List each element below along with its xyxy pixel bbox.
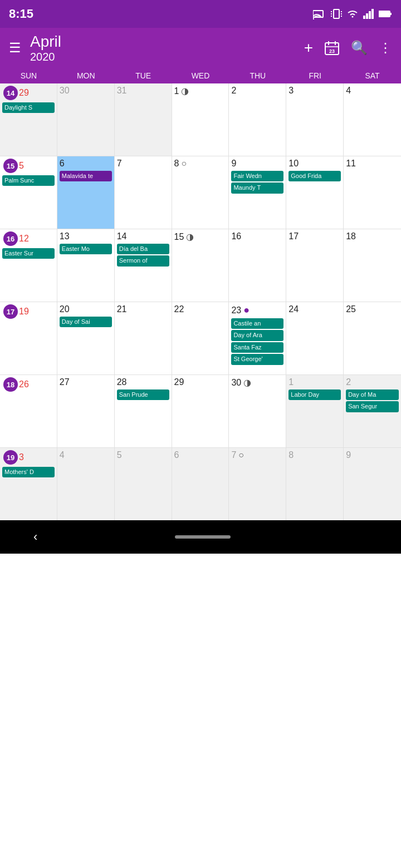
calendar-cell-w2-d5[interactable]: 17 xyxy=(286,229,344,302)
calendar-cell-w2-d3[interactable]: 15◑ xyxy=(172,229,229,302)
calendar-cell-w1-d5[interactable]: 10Good Frida xyxy=(286,156,344,229)
search-button[interactable]: 🔍 xyxy=(351,40,368,56)
week-number: 14 xyxy=(3,86,18,100)
date-number: 11 xyxy=(346,159,356,169)
calendar-cell-w5-d1[interactable]: 4 xyxy=(57,448,115,520)
calendar-event[interactable]: Castile an xyxy=(231,318,283,329)
calendar-cell-w5-d4[interactable]: 7○ xyxy=(229,448,286,520)
cell-date: 29 xyxy=(174,377,227,387)
calendar-cell-w0-d3[interactable]: 1◑ xyxy=(172,83,229,156)
day-header-tue: TUE xyxy=(115,68,172,83)
calendar-cell-w4-d5[interactable]: 1Labor Day xyxy=(286,375,344,447)
calendar-event[interactable]: Fair Wedn xyxy=(231,171,283,181)
calendar-cell-w0-d6[interactable]: 4 xyxy=(344,83,401,156)
calendar-event[interactable]: St George' xyxy=(231,354,283,364)
calendar-cell-w0-d1[interactable]: 30 xyxy=(57,83,115,156)
week-number: 18 xyxy=(3,377,18,392)
calendar-cell-w3-d2[interactable]: 21 xyxy=(115,302,172,374)
calendar-cell-w1-d3[interactable]: 8○ xyxy=(172,156,229,229)
cell-date: 1429 xyxy=(2,86,55,100)
calendar-cell-w5-d2[interactable]: 5 xyxy=(115,448,172,520)
calendar-event[interactable]: Malavida te xyxy=(60,171,112,181)
cell-date: 21 xyxy=(117,304,169,314)
calendar-cell-w4-d1[interactable]: 27 xyxy=(57,375,115,447)
calendar-event[interactable]: Maundy T xyxy=(231,183,283,193)
cell-date: 155 xyxy=(2,159,55,173)
calendar-cell-w5-d6[interactable]: 9 xyxy=(344,448,401,520)
calendar-cell-w0-d0[interactable]: 1429Daylight S xyxy=(0,83,57,156)
svg-rect-11 xyxy=(369,11,371,19)
calendar-event[interactable]: Día del Ba xyxy=(117,244,169,254)
calendar-cell-w5-d0[interactable]: 193Mothers' D xyxy=(0,448,57,520)
calendar-cell-w1-d4[interactable]: 9Fair WednMaundy T xyxy=(229,156,286,229)
calendar-event[interactable]: Easter Mo xyxy=(60,244,112,254)
calendar-cell-w3-d1[interactable]: 20Day of Sai xyxy=(57,302,115,374)
calendar-event[interactable]: Sermon of xyxy=(117,255,169,266)
calendar-cell-w1-d6[interactable]: 11 xyxy=(344,156,401,229)
full-moon-icon: ● xyxy=(243,304,250,316)
cell-date: 22 xyxy=(174,304,227,314)
cell-date: 1 xyxy=(288,377,341,387)
calendar-cell-w1-d1[interactable]: 6Malavida te xyxy=(57,156,115,229)
calendar-cell-w4-d2[interactable]: 28San Prude xyxy=(115,375,172,447)
calendar-cell-w2-d4[interactable]: 16 xyxy=(229,229,286,302)
calendar-cell-w2-d0[interactable]: 1612Easter Sur xyxy=(0,229,57,302)
date-number: 24 xyxy=(288,304,299,314)
calendar-event[interactable]: San Prude xyxy=(117,389,169,400)
calendar-cell-w2-d6[interactable]: 18 xyxy=(344,229,401,302)
calendar-cell-w5-d3[interactable]: 6 xyxy=(172,448,229,520)
calendar-event[interactable]: Day of Ara xyxy=(231,330,283,341)
calendar-event[interactable]: Palm Sunc xyxy=(2,175,55,186)
calendar-cell-w3-d4[interactable]: 23●Castile anDay of AraSanta FazSt Georg… xyxy=(229,302,286,374)
calendar-event[interactable]: Labor Day xyxy=(288,389,341,400)
calendar-event[interactable]: Daylight S xyxy=(2,102,55,113)
calendar-event[interactable]: Day of Ma xyxy=(346,389,399,400)
calendar-cell-w3-d6[interactable]: 25 xyxy=(344,302,401,374)
calendar-cell-w1-d0[interactable]: 155Palm Sunc xyxy=(0,156,57,229)
calendar-cell-w4-d4[interactable]: 30◑ xyxy=(229,375,286,447)
date-number: 18 xyxy=(346,231,356,241)
calendar-cell-w3-d3[interactable]: 22 xyxy=(172,302,229,374)
cell-date: 9 xyxy=(231,159,283,169)
cell-date: 5 xyxy=(117,450,169,460)
date-number: 1 xyxy=(288,377,294,387)
add-button[interactable]: + xyxy=(304,39,313,57)
calendar-event[interactable]: Easter Sur xyxy=(2,248,55,259)
date-number: 28 xyxy=(117,377,127,387)
cell-date: 11 xyxy=(346,159,399,169)
calendar-cell-w5-d5[interactable]: 8 xyxy=(286,448,344,520)
calendar-event[interactable]: San Segur xyxy=(346,401,399,412)
day-header-sun: SUN xyxy=(0,68,57,83)
calendar-cell-w0-d2[interactable]: 31 xyxy=(115,83,172,156)
calendar-event[interactable]: Good Frida xyxy=(288,171,341,181)
wifi-icon xyxy=(346,9,359,19)
date-number: 17 xyxy=(288,231,299,241)
menu-button[interactable]: ☰ xyxy=(9,40,21,56)
calendar-event[interactable]: Mothers' D xyxy=(2,467,55,477)
more-button[interactable]: ⋮ xyxy=(379,40,392,56)
calendar-cell-w4-d6[interactable]: 2Day of MaSan Segur xyxy=(344,375,401,447)
date-number: 8 xyxy=(288,450,294,460)
calendar-cell-w1-d2[interactable]: 7 xyxy=(115,156,172,229)
calendar-cell-w4-d3[interactable]: 29 xyxy=(172,375,229,447)
calendar-cell-w4-d0[interactable]: 1826 xyxy=(0,375,57,447)
calendar-cell-w2-d2[interactable]: 14Día del BaSermon of xyxy=(115,229,172,302)
date-number: 30 xyxy=(60,86,70,96)
cell-date: 7○ xyxy=(231,450,283,460)
calendar-cell-w3-d0[interactable]: 1719 xyxy=(0,302,57,374)
signal-icon xyxy=(363,9,374,19)
cell-date: 1826 xyxy=(2,377,55,392)
calendar-cell-w0-d5[interactable]: 3 xyxy=(286,83,344,156)
day-header-fri: FRI xyxy=(286,68,344,83)
calendar-cell-w3-d5[interactable]: 24 xyxy=(286,302,344,374)
date-number: 22 xyxy=(174,304,184,314)
calendar-cell-w2-d1[interactable]: 13Easter Mo xyxy=(57,229,115,302)
today-button[interactable]: 23 xyxy=(324,40,340,56)
date-number: 4 xyxy=(60,450,65,460)
calendar-event[interactable]: Day of Sai xyxy=(60,317,112,327)
home-pill[interactable] xyxy=(175,535,231,539)
calendar-event[interactable]: Santa Faz xyxy=(231,342,283,353)
back-button[interactable]: ‹ xyxy=(33,530,37,544)
date-number: 16 xyxy=(231,231,241,241)
calendar-cell-w0-d4[interactable]: 2 xyxy=(229,83,286,156)
